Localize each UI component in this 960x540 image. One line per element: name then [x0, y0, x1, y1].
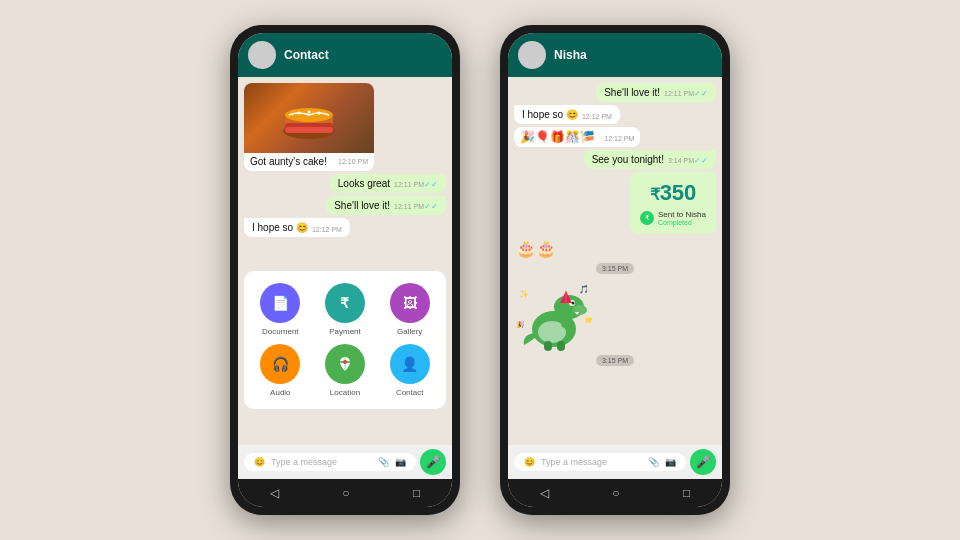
sent-text-3: She'll love it! — [604, 87, 660, 98]
payment-status-row: ₹ Sent to Nisha Completed — [640, 210, 706, 226]
emoji-text: 🎉🎈🎁🎊🎏 — [520, 130, 595, 144]
sent-text-4: See you tonight! — [592, 154, 664, 165]
contact-avatar-2 — [518, 41, 546, 69]
camera-icon-2: 📷 — [665, 457, 676, 467]
sent-bubble-2: She'll love it! 12:11 PM✓✓ — [326, 196, 446, 215]
input-placeholder-2: Type a message — [541, 457, 642, 467]
sent-time-2: 12:11 PM✓✓ — [394, 202, 438, 211]
svg-point-5 — [298, 112, 301, 115]
gallery-icon: 🖼 — [390, 283, 430, 323]
payment-status-text: Sent to Nisha Completed — [658, 210, 706, 226]
contact-name-1: Contact — [284, 48, 329, 62]
tick-3: ✓✓ — [694, 89, 708, 98]
attach-menu: 📄 Document ₹ Payment 🖼 Gallery — [244, 271, 446, 409]
image-bubble: Got aunty's cake! 12:10 PM — [244, 83, 374, 171]
emoji-bubble: 🎉🎈🎁🎊🎏 12:12 PM — [514, 127, 640, 147]
received-bubble-2: I hope so 😊 12:12 PM — [514, 105, 620, 124]
svg-point-12 — [573, 305, 587, 315]
attach-location[interactable]: Location — [317, 344, 374, 397]
chat-body-1: Got aunty's cake! 12:10 PM Looks great 1… — [238, 77, 452, 445]
svg-rect-17 — [557, 341, 565, 351]
emoji-icon-1: 😊 — [254, 457, 265, 467]
message-input-2[interactable]: 😊 Type a message 📎 📷 — [514, 453, 686, 471]
back-nav-icon-2[interactable]: ◁ — [540, 486, 549, 500]
svg-point-9 — [343, 360, 347, 364]
camera-icon-1: 📷 — [395, 457, 406, 467]
square-nav-icon[interactable]: □ — [413, 486, 420, 500]
sent-text-1: Looks great — [338, 178, 390, 189]
mic-button-2[interactable]: 🎤 — [690, 449, 716, 475]
svg-text:✨: ✨ — [519, 289, 529, 299]
payment-icon: ₹ — [325, 283, 365, 323]
document-icon: 📄 — [260, 283, 300, 323]
image-time: 12:10 PM — [338, 158, 368, 165]
attach-document[interactable]: 📄 Document — [252, 283, 309, 336]
phone-1: Contact — [230, 25, 460, 515]
svg-rect-16 — [544, 341, 552, 351]
chat-input-bar-1: 😊 Type a message 📎 📷 🎤 — [238, 445, 452, 479]
sent-bubble-3: She'll love it! 12:11 PM✓✓ — [596, 83, 716, 102]
amount-value: 350 — [660, 180, 697, 205]
dino-sticker-svg: ✨ 🎵 ⭐ 🎉 — [514, 277, 594, 352]
svg-rect-3 — [285, 127, 333, 133]
tick-2: ✓✓ — [424, 202, 438, 211]
sent-time-3: 12:11 PM✓✓ — [664, 89, 708, 98]
sticker-bubble: ✨ 🎵 ⭐ 🎉 — [514, 277, 594, 352]
nav-bar-2: ◁ ○ □ — [508, 479, 722, 507]
received-text-2: I hope so 😊 — [522, 109, 578, 120]
back-nav-icon[interactable]: ◁ — [270, 486, 279, 500]
chat-header-1: Contact — [238, 33, 452, 77]
sent-bubble-1: Looks great 12:11 PM✓✓ — [330, 174, 446, 193]
mic-icon-2: 🎤 — [696, 455, 711, 469]
contact-icon: 👤 — [390, 344, 430, 384]
maps-icon — [335, 354, 355, 374]
cake-svg — [279, 93, 339, 143]
mic-icon-1: 🎤 — [426, 455, 441, 469]
sent-time-4: 3:14 PM✓✓ — [668, 156, 708, 165]
payment-completed: Completed — [658, 219, 706, 226]
message-input-1[interactable]: 😊 Type a message 📎 📷 — [244, 453, 416, 471]
chat-body-2: She'll love it! 12:11 PM✓✓ I hope so 😊 1… — [508, 77, 722, 445]
home-nav-icon-2[interactable]: ○ — [612, 486, 619, 500]
square-nav-icon-2[interactable]: □ — [683, 486, 690, 500]
audio-icon: 🎧 — [260, 344, 300, 384]
attach-audio[interactable]: 🎧 Audio — [252, 344, 309, 397]
cake-image — [244, 83, 374, 153]
chat-header-2: Nisha — [508, 33, 722, 77]
tick-4: ✓✓ — [694, 156, 708, 165]
received-time-1: 12:12 PM — [312, 226, 342, 233]
phone-2: Nisha She'll love it! 12:11 PM✓✓ I hope … — [500, 25, 730, 515]
rupee-symbol: ₹ — [650, 186, 660, 203]
attach-payment[interactable]: ₹ Payment — [317, 283, 374, 336]
contact-label: Contact — [396, 388, 424, 397]
input-placeholder-1: Type a message — [271, 457, 372, 467]
cake-emoji-bubble: 🎂🎂 — [514, 237, 558, 260]
payment-label: Payment — [329, 327, 361, 336]
mic-button-1[interactable]: 🎤 — [420, 449, 446, 475]
clip-icon-2: 📎 — [648, 457, 659, 467]
attach-gallery[interactable]: 🖼 Gallery — [381, 283, 438, 336]
svg-point-7 — [318, 112, 321, 115]
svg-text:🎉: 🎉 — [516, 320, 525, 329]
sent-text-2: She'll love it! — [334, 200, 390, 211]
home-nav-icon[interactable]: ○ — [342, 486, 349, 500]
received-bubble-1: I hope so 😊 12:12 PM — [244, 218, 350, 237]
phone-1-screen: Contact — [238, 33, 452, 507]
location-icon — [325, 344, 365, 384]
payment-recipient: Sent to Nisha — [658, 210, 706, 219]
timestamp-1: 3:15 PM — [596, 263, 634, 274]
clip-icon-1: 📎 — [378, 457, 389, 467]
document-label: Document — [262, 327, 298, 336]
payment-bubble: ₹350 ₹ Sent to Nisha Completed — [630, 172, 716, 234]
timestamp-2: 3:15 PM — [596, 355, 634, 366]
svg-point-6 — [308, 111, 311, 114]
emoji-time: 12:12 PM — [604, 135, 634, 142]
received-text-1: I hope so 😊 — [252, 222, 308, 233]
sent-time-1: 12:11 PM✓✓ — [394, 180, 438, 189]
sent-bubble-4: See you tonight! 3:14 PM✓✓ — [584, 150, 716, 169]
image-caption: Got aunty's cake! — [250, 156, 327, 167]
audio-label: Audio — [270, 388, 290, 397]
attach-contact[interactable]: 👤 Contact — [381, 344, 438, 397]
contact-avatar-1 — [248, 41, 276, 69]
nav-bar-1: ◁ ○ □ — [238, 479, 452, 507]
